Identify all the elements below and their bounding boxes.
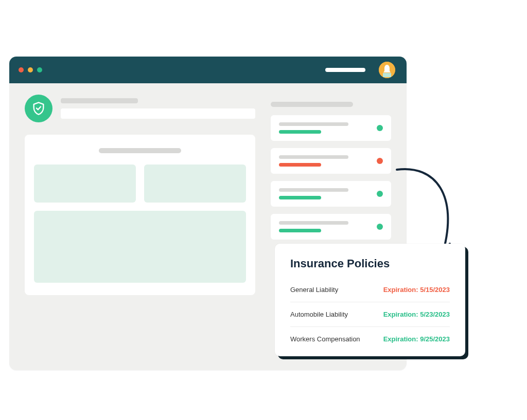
avatar-bell-icon (379, 62, 395, 78)
window-zoom-button[interactable] (37, 67, 42, 72)
policy-expiration: Expiration: 9/25/2023 (383, 335, 450, 343)
title-placeholder (61, 98, 138, 103)
policy-expiration: Expiration: 5/15/2023 (383, 286, 450, 294)
traffic-lights (19, 67, 42, 72)
shield-check-icon (31, 101, 46, 116)
chart-tile[interactable] (34, 211, 246, 283)
status-indicator-icon (377, 125, 383, 131)
status-card[interactable] (271, 181, 391, 207)
titlebar-placeholder (325, 68, 365, 72)
policy-row[interactable]: General Liability Expiration: 5/15/2023 (290, 278, 450, 302)
titlebar (9, 57, 407, 83)
svg-rect-1 (383, 73, 391, 77)
status-indicator-icon (377, 224, 383, 230)
policy-expiration: Expiration: 5/23/2023 (383, 311, 450, 318)
app-logo (25, 95, 52, 122)
card-line-placeholder (279, 229, 322, 232)
card-line-placeholder (279, 221, 348, 225)
section-title-placeholder (271, 102, 353, 107)
main-panel (25, 135, 255, 295)
policy-name: General Liability (290, 286, 338, 294)
stat-tile[interactable] (34, 165, 136, 203)
policy-name: Automobile Liability (290, 311, 348, 318)
window-minimize-button[interactable] (28, 67, 33, 72)
main-column (25, 95, 255, 295)
status-indicator-icon (377, 191, 383, 197)
card-title: Insurance Policies (290, 257, 450, 270)
card-line-placeholder (279, 188, 348, 192)
status-indicator-icon (377, 158, 383, 164)
policy-name: Workers Compensation (290, 335, 360, 343)
window-close-button[interactable] (19, 67, 24, 72)
page-header (25, 95, 255, 122)
insurance-policies-card: Insurance Policies General Liability Exp… (275, 244, 465, 356)
subtitle-placeholder (61, 108, 255, 119)
card-line-placeholder (279, 130, 322, 134)
policy-row[interactable]: Workers Compensation Expiration: 9/25/20… (290, 327, 450, 351)
status-card[interactable] (271, 148, 391, 174)
avatar[interactable] (379, 62, 395, 78)
card-line-placeholder (279, 155, 348, 159)
status-card[interactable] (271, 115, 391, 141)
panel-title-placeholder (99, 148, 181, 153)
stat-tile[interactable] (144, 165, 246, 203)
card-line-placeholder (279, 196, 322, 199)
card-line-placeholder (279, 163, 322, 167)
status-card[interactable] (271, 214, 391, 240)
policy-row[interactable]: Automobile Liability Expiration: 5/23/20… (290, 302, 450, 327)
card-line-placeholder (279, 122, 348, 126)
